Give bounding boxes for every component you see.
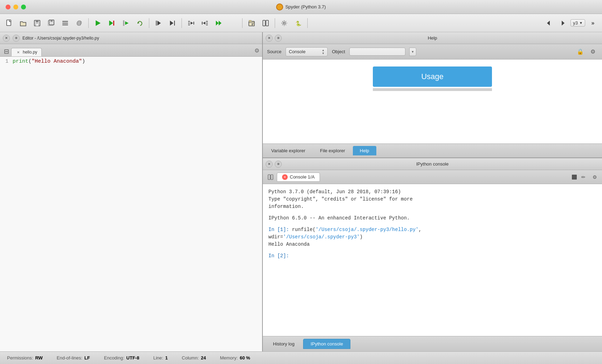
spyder-logo-icon	[276, 4, 283, 10]
source-dropdown[interactable]: Console ▲ ▼	[286, 47, 328, 56]
run-config-button[interactable]	[105, 17, 118, 29]
split-window-button[interactable]	[259, 17, 272, 29]
tab-file-explorer[interactable]: File explorer	[313, 146, 352, 155]
svg-marker-41	[547, 21, 550, 26]
find-files-button[interactable]: @	[73, 17, 85, 29]
help-float-button[interactable]: ⊞	[275, 35, 282, 42]
save-file-button[interactable]	[31, 17, 43, 29]
console-bottom-tabs: History log IPython console	[263, 336, 602, 351]
run-file-button[interactable]	[91, 17, 104, 29]
console-tab-1a[interactable]: ✕ Console 1/A	[277, 173, 320, 182]
console-line-8: wdir='/Users/csoja/.spyder-py3')	[268, 233, 596, 241]
console-close-button[interactable]: ✕	[266, 161, 273, 168]
main-toolbar: @ 🐍	[0, 14, 602, 32]
tab-ipython-console[interactable]: IPython console	[303, 339, 350, 349]
separator-5	[275, 18, 275, 28]
separator-2	[149, 18, 149, 28]
console-output[interactable]: Python 3.7.0 (default, Jun 28 2018, 07:3…	[263, 184, 602, 336]
editor-settings-button[interactable]: ⚙	[254, 47, 259, 54]
svg-rect-26	[206, 23, 208, 23]
nav-back-button[interactable]	[542, 17, 555, 29]
svg-rect-19	[174, 21, 175, 26]
svg-rect-21	[188, 23, 190, 23]
svg-rect-0	[7, 20, 11, 26]
encoding-status: Encoding: UTF-8	[104, 355, 139, 360]
rerun-button[interactable]	[134, 17, 146, 29]
maximize-button[interactable]	[21, 5, 26, 9]
close-button[interactable]	[6, 5, 11, 9]
unindent-button[interactable]	[199, 17, 211, 29]
main-content: ✕ ⊞ Editor - /Users/csoja/.spyder-py3/he…	[0, 32, 602, 351]
editor-float-button[interactable]: ⊞	[13, 35, 20, 42]
stop-button[interactable]	[227, 17, 239, 29]
svg-marker-18	[170, 21, 173, 26]
console-tab-close-button[interactable]: ✕	[282, 174, 288, 180]
separator-1	[88, 18, 89, 28]
console-sidebar-button[interactable]	[266, 172, 275, 182]
toolbar-right: y3 ▼ »	[542, 17, 599, 29]
keyword-print: print	[13, 58, 28, 64]
more-options-button[interactable]: »	[587, 17, 599, 29]
console-line-9: Hello Anaconda	[268, 241, 596, 248]
tab-close-button[interactable]: ✕	[16, 50, 21, 55]
console-line-7: In [1]: runfile('/Users/csoja/.spyder-py…	[268, 226, 596, 233]
help-close-button[interactable]: ✕	[266, 35, 273, 42]
browse-tabs-button[interactable]	[59, 17, 71, 29]
editor-sidebar-toggle[interactable]: ⊟	[1, 47, 11, 56]
title-text: Spyder (Python 3.7)	[285, 4, 326, 9]
tab-help[interactable]: Help	[353, 146, 376, 155]
svg-text:🐍: 🐍	[295, 21, 302, 27]
editor-close-button[interactable]: ✕	[3, 35, 10, 42]
code-line-1: 1 print("Hello Anaconda")	[0, 57, 262, 66]
run-first-button[interactable]	[152, 17, 165, 29]
code-content-1: print("Hello Anaconda")	[13, 57, 262, 66]
editor-tab-hello-py[interactable]: ✕ hello.py	[11, 48, 42, 56]
run-last-button[interactable]	[166, 17, 179, 29]
open-file-button[interactable]	[17, 17, 29, 29]
svg-rect-34	[249, 20, 252, 22]
svg-rect-12	[113, 21, 114, 26]
window-controls	[6, 5, 26, 9]
separator-3	[182, 18, 182, 28]
python-path-button[interactable]: 🐍	[292, 17, 305, 29]
svg-rect-6	[50, 20, 53, 22]
right-pane: ✕ ⊞ Help Source Console ▲ ▼ Object ▼	[263, 32, 602, 351]
tab-variable-explorer[interactable]: Variable explorer	[264, 146, 312, 155]
tab-history-log[interactable]: History log	[266, 339, 302, 349]
svg-point-39	[283, 22, 285, 24]
editor-pane-title: Editor - /Users/csoja/.spyder-py3/hello.…	[22, 36, 99, 41]
svg-rect-2	[36, 20, 39, 22]
help-settings-button[interactable]: ⚙	[588, 47, 598, 57]
preferences-button[interactable]	[278, 17, 290, 29]
console-edit-button[interactable]: ✏	[579, 173, 588, 182]
svg-marker-14	[125, 21, 129, 25]
environment-selector[interactable]: y3 ▼	[570, 19, 585, 27]
string-literal: "Hello Anaconda"	[32, 58, 82, 64]
code-editor[interactable]: 1 print("Hello Anaconda")	[0, 57, 262, 351]
svg-rect-35	[252, 23, 254, 24]
svg-rect-38	[266, 20, 268, 26]
indent-button[interactable]	[185, 17, 197, 29]
help-tabs-bar: Variable explorer File explorer Help	[263, 144, 602, 158]
separator-4	[242, 18, 242, 28]
console-float-button[interactable]: ⊞	[275, 161, 282, 168]
nav-forward-button[interactable]	[556, 17, 569, 29]
help-lock-button[interactable]: 🔒	[575, 47, 585, 57]
run-all-cells-button[interactable]	[213, 17, 225, 29]
console-blank-1	[268, 210, 596, 215]
help-titlebar: ✕ ⊞ Help	[263, 32, 602, 44]
console-settings-button[interactable]: ⚙	[590, 173, 599, 182]
help-panel: ✕ ⊞ Help Source Console ▲ ▼ Object ▼	[263, 32, 602, 158]
open-project-button[interactable]	[245, 17, 258, 29]
object-input[interactable]	[349, 48, 405, 56]
new-file-button[interactable]	[3, 17, 15, 29]
save-all-button[interactable]	[45, 17, 57, 29]
memory-status: Memory: 60 %	[220, 355, 250, 360]
console-line-3: information.	[268, 203, 596, 210]
column-status: Column: 24	[182, 355, 206, 360]
run-cell-button[interactable]	[119, 17, 132, 29]
object-input-arrow[interactable]: ▼	[409, 48, 416, 56]
console-line-11: In [2]:	[268, 252, 596, 260]
minimize-button[interactable]	[13, 5, 18, 9]
statusbar: Permissions: RW End-of-lines: LF Encodin…	[0, 351, 602, 364]
